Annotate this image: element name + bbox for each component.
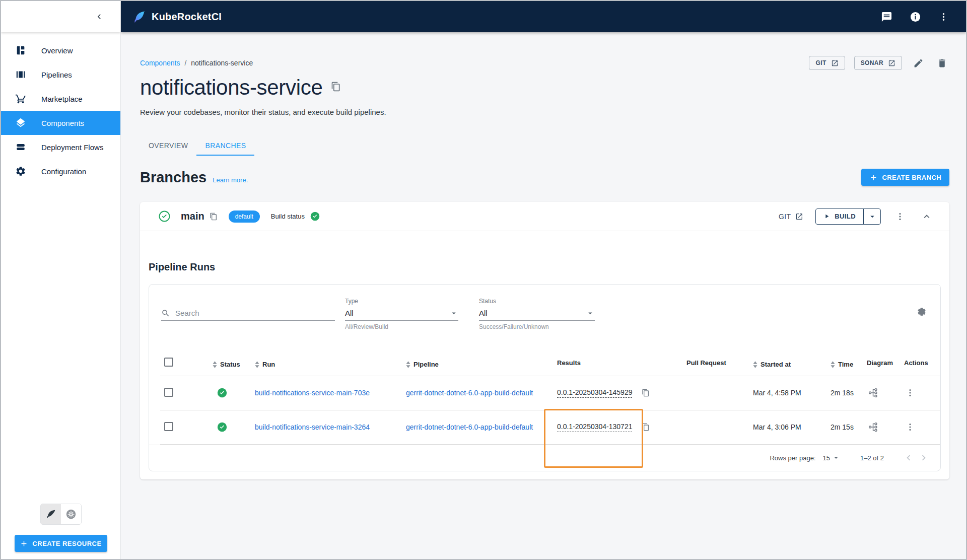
table-row: build-notifications-service-main-703e ge… <box>160 376 940 410</box>
copy-title-button[interactable] <box>331 82 341 94</box>
column-results: Results <box>557 359 581 367</box>
info-button[interactable] <box>908 9 923 25</box>
branch-card: main default Build status GIT <box>140 202 949 479</box>
branch-name: main <box>181 211 204 222</box>
learn-more-link[interactable]: Learn more. <box>213 176 248 184</box>
row-checkbox[interactable] <box>164 422 173 431</box>
pagination-range: 1–2 of 2 <box>860 454 884 462</box>
chat-button[interactable] <box>879 9 894 25</box>
gear-icon <box>15 165 27 177</box>
chevron-up-icon <box>921 211 932 222</box>
caret-down-icon <box>449 309 458 318</box>
pagination: Rows per page: 15 1–2 of 2 <box>149 445 940 471</box>
collapse-branch-button[interactable] <box>919 209 934 224</box>
pipeline-link[interactable]: gerrit-dotnet-dotnet-6.0-app-build-defau… <box>406 389 533 397</box>
success-status-icon <box>217 387 228 398</box>
sidebar-item-label: Overview <box>41 46 73 55</box>
row-actions-button[interactable] <box>904 421 916 433</box>
select-all-checkbox[interactable] <box>164 358 173 367</box>
sidebar-item-marketplace[interactable]: Marketplace <box>1 87 120 111</box>
breadcrumb-components-link[interactable]: Components <box>140 59 180 67</box>
pipeline-link[interactable]: gerrit-dotnet-dotnet-6.0-app-build-defau… <box>406 423 533 431</box>
sidebar-item-configuration[interactable]: Configuration <box>1 159 120 183</box>
sidebar-item-pipelines[interactable]: Pipelines <box>1 62 120 87</box>
row-checkbox[interactable] <box>164 388 173 397</box>
diagram-button[interactable] <box>867 386 880 399</box>
run-link[interactable]: build-notifications-service-main-3264 <box>255 423 370 431</box>
git-button[interactable]: GIT <box>809 56 845 70</box>
copy-branch-button[interactable] <box>210 213 218 221</box>
rows-per-page-select[interactable]: 15 <box>823 454 840 462</box>
copy-result-button[interactable] <box>642 389 650 397</box>
main-content: Components / notifications-service GIT S… <box>140 32 949 479</box>
chevron-left-icon <box>94 12 104 22</box>
sonar-button[interactable]: SONAR <box>854 56 902 70</box>
tabs: OVERVIEW BRANCHES <box>140 136 949 156</box>
quill-view-toggle-button[interactable] <box>41 504 61 524</box>
create-branch-label: CREATE BRANCH <box>882 174 941 181</box>
previous-page-button[interactable] <box>901 450 916 465</box>
external-link-icon <box>888 59 895 67</box>
row-actions-button[interactable] <box>904 387 916 399</box>
search-input[interactable] <box>175 309 335 317</box>
kebab-menu-icon <box>895 212 905 222</box>
sidebar-item-label: Deployment Flows <box>41 143 103 152</box>
edit-button[interactable] <box>911 56 926 71</box>
type-filter: Type All All/Review/Build <box>345 298 458 330</box>
plus-icon <box>20 539 28 548</box>
branches-heading: Branches <box>140 169 206 186</box>
sidebar-collapse-button[interactable] <box>92 10 106 24</box>
kubernetes-view-toggle-button[interactable] <box>61 504 81 524</box>
sonar-button-label: SONAR <box>861 59 883 66</box>
branch-git-link[interactable]: GIT <box>779 213 803 221</box>
table-settings-button[interactable] <box>916 307 927 318</box>
sort-status[interactable]: Status <box>213 361 240 368</box>
quill-logo-icon <box>133 10 147 24</box>
sort-run[interactable]: Run <box>255 361 275 368</box>
sidebar-item-label: Pipelines <box>41 71 72 79</box>
tab-branches[interactable]: BRANCHES <box>196 136 254 156</box>
column-diagram: Diagram <box>867 359 893 367</box>
sidebar-item-deployment-flows[interactable]: Deployment Flows <box>1 135 120 159</box>
tree-diagram-icon <box>868 387 879 398</box>
create-resource-label: CREATE RESOURCE <box>32 540 101 547</box>
create-resource-button[interactable]: CREATE RESOURCE <box>15 535 107 552</box>
topbar: KubeRocketCI <box>121 1 966 32</box>
result-version[interactable]: 0.0.1-20250304-130721 <box>557 423 632 432</box>
run-link[interactable]: build-notifications-service-main-703e <box>255 389 370 397</box>
filters: Type All All/Review/Build Status All <box>149 285 940 330</box>
cart-icon <box>15 93 27 105</box>
build-button[interactable]: BUILD <box>816 209 863 224</box>
sidebar-item-label: Components <box>41 119 84 127</box>
type-filter-value: All <box>345 309 354 317</box>
build-options-button[interactable] <box>863 209 880 224</box>
pipeline-runs-table: Status Run Pipeline Results Pull Request <box>160 351 940 445</box>
branch-menu-button[interactable] <box>893 209 907 224</box>
external-link-icon <box>795 213 803 221</box>
sort-time[interactable]: Time <box>831 361 853 368</box>
create-branch-button[interactable]: CREATE BRANCH <box>861 169 949 186</box>
started-at-cell: Mar 4, 3:06 PM <box>753 423 801 431</box>
default-branch-badge: default <box>229 211 260 223</box>
column-run: Run <box>262 361 275 368</box>
sidebar-item-overview[interactable]: Overview <box>1 38 120 62</box>
sort-icon <box>831 361 835 368</box>
copy-result-button[interactable] <box>642 423 650 431</box>
chevron-left-icon <box>903 452 914 463</box>
sidebar-item-components[interactable]: Components <box>1 111 120 135</box>
status-filter-select[interactable]: All <box>479 306 595 321</box>
result-version[interactable]: 0.0.1-20250304-145929 <box>557 388 632 398</box>
diagram-button[interactable] <box>867 421 880 434</box>
sort-icon <box>753 361 757 368</box>
sort-started-at[interactable]: Started at <box>753 361 791 368</box>
build-split-button: BUILD <box>815 208 881 225</box>
info-icon <box>910 11 921 23</box>
sort-pipeline[interactable]: Pipeline <box>406 361 439 368</box>
tab-overview[interactable]: OVERVIEW <box>140 136 196 156</box>
overflow-menu-button[interactable] <box>936 10 951 24</box>
type-filter-select[interactable]: All <box>345 306 458 321</box>
kebab-menu-icon <box>905 388 915 398</box>
dashboard-icon <box>15 44 27 56</box>
next-page-button[interactable] <box>916 450 931 465</box>
delete-button[interactable] <box>935 56 949 71</box>
